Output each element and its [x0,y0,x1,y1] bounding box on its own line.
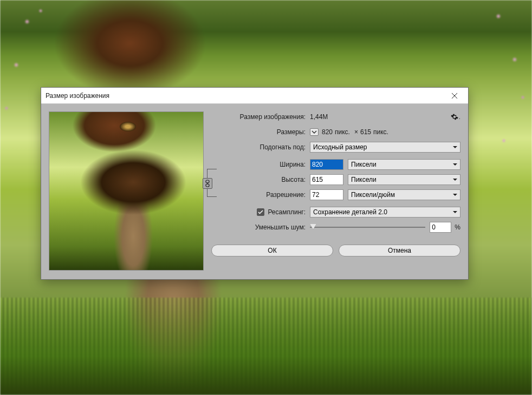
resample-method-select[interactable]: Сохранение деталей 2.0 [310,207,460,218]
check-icon [258,210,263,214]
image-size-label: Размер изображения: [211,113,310,121]
image-size-dialog: Размер изображения Размер изображения: 1… [41,87,469,280]
dimensions-height-value: 615 [360,128,371,136]
ok-button[interactable]: ОК [211,245,333,256]
gear-icon [451,113,458,121]
chevron-down-icon [312,130,317,134]
link-icon [205,180,210,187]
slider-thumb[interactable] [310,224,316,229]
resample-label[interactable]: Ресамплинг: [268,208,306,216]
preview-thumbnail[interactable] [49,111,204,271]
dimensions-expand-toggle[interactable] [310,128,319,136]
close-button[interactable] [445,88,464,103]
image-size-value: 1,44M [310,113,328,121]
reduce-noise-input[interactable] [430,222,451,233]
width-label: Ширина: [211,161,310,168]
dimensions-times: × [354,128,358,136]
dialog-titlebar[interactable]: Размер изображения [41,88,468,104]
width-input[interactable] [310,159,343,170]
resolution-unit-select[interactable]: Пиксели/дюйм [348,189,460,200]
resample-checkbox[interactable] [257,208,264,216]
width-unit-select[interactable]: Пиксели [348,159,460,170]
reduce-noise-slider[interactable] [310,222,425,232]
preview-image [49,112,203,270]
height-unit-select[interactable]: Пиксели [348,174,460,185]
dimensions-label: Размеры: [211,128,310,136]
dimensions-width-value: 820 [322,128,333,136]
close-icon [451,93,458,99]
resolution-label: Разрешение: [211,191,310,199]
fit-to-label: Подогнать под: [211,143,310,151]
height-input[interactable] [310,174,343,185]
reduce-noise-label: Уменьшить шум: [211,223,310,231]
reduce-noise-suffix: % [455,223,460,231]
settings-gear-button[interactable]: . [451,112,460,122]
cancel-button[interactable]: Отмена [339,245,460,256]
dialog-title: Размер изображения [46,92,445,100]
gear-dot: . [459,114,460,120]
height-label: Высота: [211,176,310,183]
dimensions-height-unit: пикс. [373,128,388,136]
dimensions-width-unit: пикс. [335,128,350,136]
constrain-proportions-toggle[interactable] [203,178,212,189]
fit-to-select[interactable]: Исходный размер [310,142,460,153]
constrain-proportions-bracket [207,169,217,197]
slider-track [310,227,425,228]
resolution-input[interactable] [310,189,343,200]
